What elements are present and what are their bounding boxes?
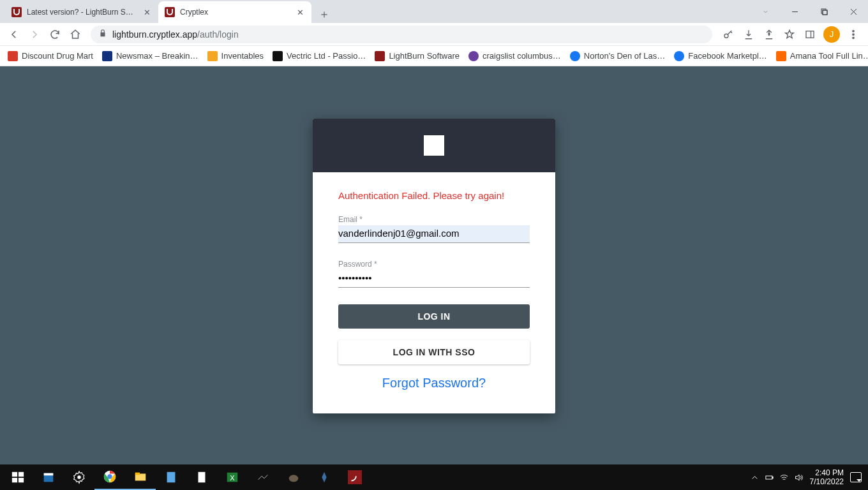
share-icon[interactable] bbox=[760, 25, 779, 44]
notifications-button[interactable] bbox=[850, 472, 862, 482]
bookmark-item[interactable]: Facebook Marketpl… bbox=[674, 51, 767, 61]
download-icon[interactable] bbox=[739, 25, 758, 44]
svg-rect-25 bbox=[765, 476, 772, 479]
bookmarks-bar: Discount Drug Mart Newsmax – Breakin… In… bbox=[0, 46, 868, 66]
svg-rect-10 bbox=[12, 478, 17, 482]
back-button[interactable] bbox=[5, 26, 23, 43]
toolbar-actions: J bbox=[719, 25, 863, 44]
svg-rect-20 bbox=[198, 472, 206, 483]
logo-icon bbox=[424, 135, 444, 156]
browser-tab-cryptlex[interactable]: Cryptlex ✕ bbox=[158, 1, 311, 23]
svg-rect-26 bbox=[772, 477, 772, 479]
key-icon[interactable] bbox=[719, 25, 738, 44]
svg-rect-11 bbox=[19, 478, 24, 482]
bookmark-icon bbox=[570, 51, 580, 61]
browser-tab-lightburn[interactable]: Latest version? - LightBurn Softw ✕ bbox=[5, 1, 158, 23]
bookmark-icon bbox=[273, 51, 283, 61]
svg-rect-9 bbox=[19, 472, 24, 477]
svg-point-6 bbox=[853, 33, 854, 34]
bookmark-icon[interactable] bbox=[780, 25, 799, 44]
login-sso-button[interactable]: LOG IN WITH SSO bbox=[338, 340, 530, 364]
bookmark-item[interactable]: Discount Drug Mart bbox=[8, 51, 93, 61]
tab-title: Latest version? - LightBurn Softw bbox=[27, 8, 137, 17]
bookmark-label: Amana Tool Full Lin… bbox=[790, 51, 868, 61]
bookmark-item[interactable]: Inventables bbox=[207, 51, 264, 61]
login-button[interactable]: LOG IN bbox=[338, 304, 530, 329]
bookmark-icon bbox=[674, 51, 684, 61]
svg-rect-8 bbox=[12, 472, 17, 477]
bookmark-icon bbox=[207, 51, 218, 61]
svg-point-14 bbox=[77, 475, 81, 479]
error-message: Authentication Failed. Please try again! bbox=[338, 190, 530, 201]
svg-rect-19 bbox=[167, 472, 176, 483]
svg-rect-4 bbox=[806, 31, 814, 38]
start-button[interactable] bbox=[3, 464, 33, 490]
bookmark-item[interactable]: LightBurn Software bbox=[375, 51, 460, 61]
taskbar-app-explorer[interactable] bbox=[125, 464, 156, 490]
taskbar-app-excel[interactable]: X bbox=[217, 464, 248, 490]
reload-button[interactable] bbox=[46, 26, 64, 43]
maximize-button[interactable] bbox=[809, 0, 839, 23]
page-content: Authentication Failed. Please try again!… bbox=[0, 66, 868, 464]
forgot-password-link[interactable]: Forgot Password? bbox=[338, 376, 530, 390]
close-window-button[interactable] bbox=[839, 0, 868, 23]
svg-text:X: X bbox=[230, 474, 235, 482]
bookmark-item[interactable]: craigslist columbus… bbox=[468, 51, 561, 61]
taskbar-app-notes[interactable] bbox=[156, 464, 186, 490]
taskbar-app-lightburn[interactable] bbox=[340, 464, 370, 490]
email-field[interactable] bbox=[338, 225, 530, 243]
profile-avatar[interactable]: J bbox=[823, 26, 840, 43]
card-header bbox=[313, 119, 555, 172]
bookmark-item[interactable]: Newsmax – Breakin… bbox=[102, 51, 198, 61]
battery-icon[interactable] bbox=[765, 473, 774, 482]
tab-strip: Latest version? - LightBurn Softw ✕ Cryp… bbox=[0, 0, 868, 23]
password-field[interactable] bbox=[338, 270, 530, 288]
taskbar-app-store[interactable] bbox=[33, 464, 64, 490]
bookmark-label: Newsmax – Breakin… bbox=[116, 51, 198, 61]
lock-icon bbox=[98, 29, 107, 40]
url-text: lightburn.cryptlex.app/auth/login bbox=[112, 29, 705, 40]
bookmark-item[interactable]: Vectric Ltd - Passio… bbox=[273, 51, 366, 61]
address-bar[interactable]: lightburn.cryptlex.app/auth/login bbox=[91, 26, 712, 43]
close-icon[interactable]: ✕ bbox=[295, 7, 305, 17]
chevron-up-icon[interactable] bbox=[750, 473, 760, 482]
taskbar-app-generic1[interactable] bbox=[248, 464, 278, 490]
bookmark-label: Norton's Den of Las… bbox=[584, 51, 666, 61]
bookmark-label: Discount Drug Mart bbox=[22, 51, 93, 61]
close-icon[interactable]: ✕ bbox=[142, 7, 152, 17]
taskbar-app-doc[interactable] bbox=[186, 464, 217, 490]
bookmark-icon bbox=[8, 51, 18, 61]
wifi-icon[interactable] bbox=[779, 473, 789, 482]
volume-icon[interactable] bbox=[794, 473, 804, 482]
svg-rect-24 bbox=[348, 470, 362, 484]
svg-rect-1 bbox=[823, 10, 827, 15]
minimize-button[interactable] bbox=[780, 0, 809, 23]
tab-title: Cryptlex bbox=[180, 8, 290, 17]
bookmark-item[interactable]: Norton's Den of Las… bbox=[570, 51, 666, 61]
password-label: Password * bbox=[338, 260, 530, 269]
favicon-icon bbox=[165, 7, 175, 17]
svg-point-23 bbox=[289, 475, 299, 482]
taskbar-app-chrome[interactable] bbox=[94, 464, 125, 490]
taskbar-clock[interactable]: 2:40 PM 7/10/2022 bbox=[810, 468, 844, 486]
bookmark-icon bbox=[375, 51, 385, 61]
clock-time: 2:40 PM bbox=[810, 468, 844, 477]
home-button[interactable] bbox=[66, 26, 84, 43]
svg-rect-13 bbox=[44, 473, 54, 476]
forward-button[interactable] bbox=[26, 26, 43, 43]
taskbar-app-settings[interactable] bbox=[64, 464, 94, 490]
bookmark-label: LightBurn Software bbox=[389, 51, 460, 61]
tab-search-button[interactable] bbox=[751, 0, 780, 23]
taskbar-app-generic2[interactable] bbox=[309, 464, 340, 490]
new-tab-button[interactable]: ＋ bbox=[315, 5, 333, 23]
menu-button[interactable] bbox=[844, 25, 863, 44]
email-label: Email * bbox=[338, 215, 530, 224]
login-card: Authentication Failed. Please try again!… bbox=[313, 119, 555, 413]
sidepanel-icon[interactable] bbox=[800, 25, 819, 44]
favicon-icon bbox=[11, 7, 22, 17]
system-tray[interactable] bbox=[750, 473, 804, 482]
taskbar-app-gimp[interactable] bbox=[278, 464, 309, 490]
bookmark-item[interactable]: Amana Tool Full Lin… bbox=[776, 51, 868, 61]
bookmark-label: Facebook Marketpl… bbox=[688, 51, 767, 61]
svg-point-3 bbox=[724, 34, 728, 38]
